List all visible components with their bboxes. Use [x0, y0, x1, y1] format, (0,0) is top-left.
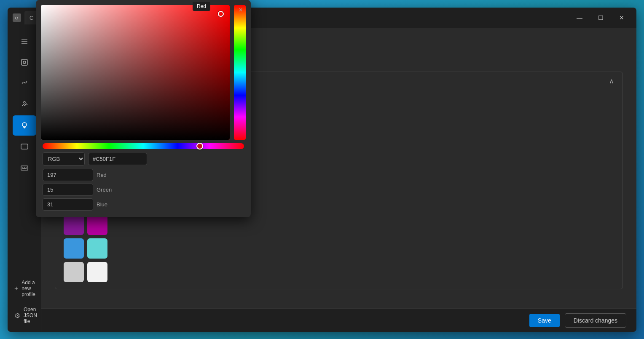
bottom-bar: Save Discard changes	[41, 308, 636, 332]
window-controls: — ☐ ✕	[570, 11, 631, 24]
discard-changes-button[interactable]: Discard changes	[565, 313, 626, 328]
color-tooltip: Red	[193, 2, 210, 11]
add-profile-button[interactable]: + Add a new profile	[11, 275, 38, 302]
color-swatch-12[interactable]	[64, 238, 84, 259]
rgb-fields: Red Green Blue	[36, 169, 251, 217]
tab-label: C	[30, 15, 33, 21]
green-row: Green	[43, 184, 244, 196]
picker-top	[36, 0, 251, 140]
add-profile-label: Add a new profile	[21, 280, 35, 297]
hex-value-input[interactable]	[88, 153, 147, 165]
plus-icon: +	[14, 285, 18, 292]
picker-close-button[interactable]: ×	[236, 5, 246, 15]
format-row: RGB HEX HSL	[36, 152, 251, 169]
red-label: Red	[97, 172, 113, 178]
color-swatch-11[interactable]	[87, 215, 107, 235]
maximize-button[interactable]: ☐	[591, 11, 610, 24]
hue-slider[interactable]	[43, 143, 244, 149]
blue-row: Blue	[43, 198, 244, 211]
sidebar-item-6[interactable]	[13, 157, 36, 178]
hue-thumb	[196, 143, 203, 149]
sidebar-item-active[interactable]	[13, 115, 36, 136]
hue-strip[interactable]	[234, 5, 246, 140]
svg-rect-10	[21, 144, 28, 149]
blue-label: Blue	[97, 201, 113, 208]
color-gradient-area[interactable]	[41, 5, 230, 140]
minimize-button[interactable]: —	[570, 11, 589, 24]
color-swatch-10[interactable]	[64, 215, 84, 235]
color-swatch-14[interactable]	[64, 262, 84, 282]
gradient-cursor	[218, 11, 224, 17]
sidebar-item-3[interactable]	[13, 94, 36, 115]
open-json-button[interactable]: ⚙ Open JSON file	[11, 302, 38, 328]
gradient-dark-layer	[41, 5, 230, 140]
sidebar-item-5[interactable]	[13, 136, 36, 157]
svg-point-7	[24, 101, 25, 103]
close-button[interactable]: ✕	[612, 11, 631, 24]
close-icon: ×	[239, 6, 242, 14]
color-swatch-13[interactable]	[87, 238, 107, 259]
svg-point-6	[23, 61, 26, 64]
svg-rect-5	[21, 59, 27, 65]
svg-rect-11	[21, 166, 28, 170]
color-picker-popup: Red × RGB HEX HSL Red	[36, 0, 251, 217]
color-swatch-15[interactable]	[87, 262, 107, 282]
app-icon: C	[13, 13, 21, 22]
green-label: Green	[97, 187, 113, 193]
sidebar-item-menu[interactable]	[13, 31, 36, 51]
gear-icon: ⚙	[14, 312, 20, 320]
hue-slider-row	[36, 140, 251, 152]
svg-point-8	[22, 123, 27, 127]
sidebar-bottom: + Add a new profile ⚙ Open JSON file	[8, 275, 41, 328]
sidebar-item-2[interactable]	[13, 73, 36, 93]
open-json-label: Open JSON file	[24, 307, 37, 324]
green-input[interactable]	[43, 184, 93, 196]
red-input[interactable]	[43, 169, 93, 181]
save-button[interactable]: Save	[529, 314, 560, 327]
sidebar-bottom-links: + Add a new profile ⚙ Open JSON file	[11, 275, 38, 328]
red-row: Red	[43, 169, 244, 181]
color-format-select[interactable]: RGB HEX HSL	[43, 152, 85, 165]
svg-text:C: C	[15, 16, 18, 20]
section-chevron-icon: ∧	[609, 77, 614, 85]
blue-input[interactable]	[43, 198, 93, 211]
sidebar-item-1[interactable]	[13, 52, 36, 72]
